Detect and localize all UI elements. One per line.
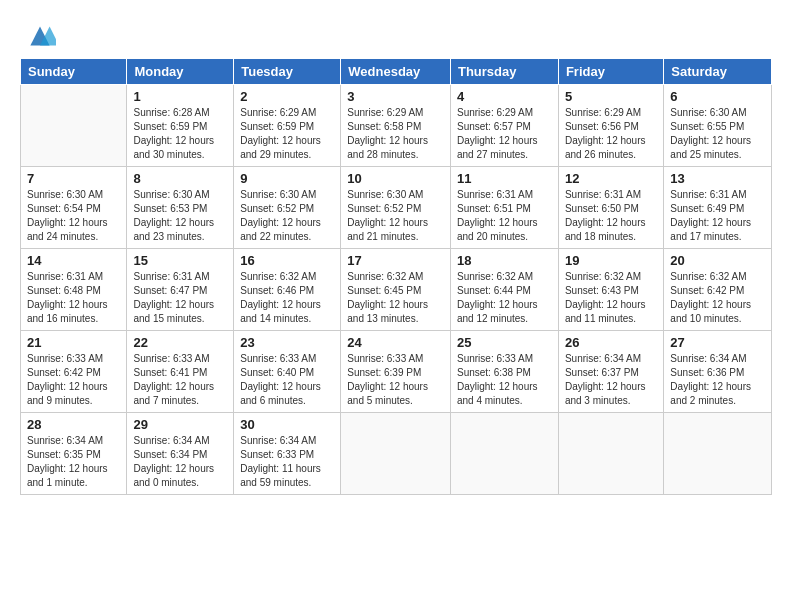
calendar-cell	[558, 413, 663, 495]
calendar-cell: 20Sunrise: 6:32 AM Sunset: 6:42 PM Dayli…	[664, 249, 772, 331]
calendar-cell: 10Sunrise: 6:30 AM Sunset: 6:52 PM Dayli…	[341, 167, 451, 249]
day-number: 2	[240, 89, 334, 104]
cell-content: Sunrise: 6:29 AM Sunset: 6:56 PM Dayligh…	[565, 106, 657, 162]
day-number: 1	[133, 89, 227, 104]
header-row: SundayMondayTuesdayWednesdayThursdayFrid…	[21, 59, 772, 85]
day-number: 29	[133, 417, 227, 432]
calendar-cell	[450, 413, 558, 495]
day-number: 16	[240, 253, 334, 268]
calendar-cell: 17Sunrise: 6:32 AM Sunset: 6:45 PM Dayli…	[341, 249, 451, 331]
logo-icon	[24, 20, 56, 52]
day-number: 18	[457, 253, 552, 268]
calendar-header: SundayMondayTuesdayWednesdayThursdayFrid…	[21, 59, 772, 85]
cell-content: Sunrise: 6:34 AM Sunset: 6:34 PM Dayligh…	[133, 434, 227, 490]
cell-content: Sunrise: 6:30 AM Sunset: 6:52 PM Dayligh…	[347, 188, 444, 244]
cell-content: Sunrise: 6:33 AM Sunset: 6:42 PM Dayligh…	[27, 352, 120, 408]
day-number: 4	[457, 89, 552, 104]
calendar-cell: 28Sunrise: 6:34 AM Sunset: 6:35 PM Dayli…	[21, 413, 127, 495]
calendar-cell	[341, 413, 451, 495]
calendar-cell: 18Sunrise: 6:32 AM Sunset: 6:44 PM Dayli…	[450, 249, 558, 331]
calendar-cell: 12Sunrise: 6:31 AM Sunset: 6:50 PM Dayli…	[558, 167, 663, 249]
calendar-cell: 5Sunrise: 6:29 AM Sunset: 6:56 PM Daylig…	[558, 85, 663, 167]
calendar-cell: 4Sunrise: 6:29 AM Sunset: 6:57 PM Daylig…	[450, 85, 558, 167]
cell-content: Sunrise: 6:32 AM Sunset: 6:46 PM Dayligh…	[240, 270, 334, 326]
header-day: Wednesday	[341, 59, 451, 85]
calendar-cell: 23Sunrise: 6:33 AM Sunset: 6:40 PM Dayli…	[234, 331, 341, 413]
calendar-cell: 24Sunrise: 6:33 AM Sunset: 6:39 PM Dayli…	[341, 331, 451, 413]
cell-content: Sunrise: 6:30 AM Sunset: 6:52 PM Dayligh…	[240, 188, 334, 244]
cell-content: Sunrise: 6:33 AM Sunset: 6:38 PM Dayligh…	[457, 352, 552, 408]
calendar-cell: 16Sunrise: 6:32 AM Sunset: 6:46 PM Dayli…	[234, 249, 341, 331]
day-number: 15	[133, 253, 227, 268]
cell-content: Sunrise: 6:30 AM Sunset: 6:54 PM Dayligh…	[27, 188, 120, 244]
day-number: 7	[27, 171, 120, 186]
calendar-cell: 25Sunrise: 6:33 AM Sunset: 6:38 PM Dayli…	[450, 331, 558, 413]
day-number: 8	[133, 171, 227, 186]
calendar-cell: 21Sunrise: 6:33 AM Sunset: 6:42 PM Dayli…	[21, 331, 127, 413]
day-number: 3	[347, 89, 444, 104]
calendar-week: 21Sunrise: 6:33 AM Sunset: 6:42 PM Dayli…	[21, 331, 772, 413]
day-number: 26	[565, 335, 657, 350]
cell-content: Sunrise: 6:32 AM Sunset: 6:42 PM Dayligh…	[670, 270, 765, 326]
calendar-cell: 14Sunrise: 6:31 AM Sunset: 6:48 PM Dayli…	[21, 249, 127, 331]
calendar-cell: 26Sunrise: 6:34 AM Sunset: 6:37 PM Dayli…	[558, 331, 663, 413]
calendar-cell: 29Sunrise: 6:34 AM Sunset: 6:34 PM Dayli…	[127, 413, 234, 495]
day-number: 9	[240, 171, 334, 186]
cell-content: Sunrise: 6:32 AM Sunset: 6:44 PM Dayligh…	[457, 270, 552, 326]
calendar-cell: 13Sunrise: 6:31 AM Sunset: 6:49 PM Dayli…	[664, 167, 772, 249]
header-day: Monday	[127, 59, 234, 85]
cell-content: Sunrise: 6:30 AM Sunset: 6:53 PM Dayligh…	[133, 188, 227, 244]
cell-content: Sunrise: 6:29 AM Sunset: 6:57 PM Dayligh…	[457, 106, 552, 162]
cell-content: Sunrise: 6:33 AM Sunset: 6:40 PM Dayligh…	[240, 352, 334, 408]
cell-content: Sunrise: 6:34 AM Sunset: 6:33 PM Dayligh…	[240, 434, 334, 490]
cell-content: Sunrise: 6:28 AM Sunset: 6:59 PM Dayligh…	[133, 106, 227, 162]
day-number: 28	[27, 417, 120, 432]
day-number: 23	[240, 335, 334, 350]
day-number: 19	[565, 253, 657, 268]
calendar-cell: 19Sunrise: 6:32 AM Sunset: 6:43 PM Dayli…	[558, 249, 663, 331]
calendar-cell: 1Sunrise: 6:28 AM Sunset: 6:59 PM Daylig…	[127, 85, 234, 167]
cell-content: Sunrise: 6:31 AM Sunset: 6:47 PM Dayligh…	[133, 270, 227, 326]
day-number: 5	[565, 89, 657, 104]
day-number: 27	[670, 335, 765, 350]
header-day: Tuesday	[234, 59, 341, 85]
cell-content: Sunrise: 6:31 AM Sunset: 6:49 PM Dayligh…	[670, 188, 765, 244]
cell-content: Sunrise: 6:32 AM Sunset: 6:45 PM Dayligh…	[347, 270, 444, 326]
cell-content: Sunrise: 6:34 AM Sunset: 6:37 PM Dayligh…	[565, 352, 657, 408]
cell-content: Sunrise: 6:31 AM Sunset: 6:50 PM Dayligh…	[565, 188, 657, 244]
calendar-week: 1Sunrise: 6:28 AM Sunset: 6:59 PM Daylig…	[21, 85, 772, 167]
calendar-cell: 22Sunrise: 6:33 AM Sunset: 6:41 PM Dayli…	[127, 331, 234, 413]
day-number: 6	[670, 89, 765, 104]
calendar-cell: 11Sunrise: 6:31 AM Sunset: 6:51 PM Dayli…	[450, 167, 558, 249]
day-number: 20	[670, 253, 765, 268]
cell-content: Sunrise: 6:32 AM Sunset: 6:43 PM Dayligh…	[565, 270, 657, 326]
calendar-cell: 3Sunrise: 6:29 AM Sunset: 6:58 PM Daylig…	[341, 85, 451, 167]
header-day: Saturday	[664, 59, 772, 85]
calendar-body: 1Sunrise: 6:28 AM Sunset: 6:59 PM Daylig…	[21, 85, 772, 495]
calendar-week: 28Sunrise: 6:34 AM Sunset: 6:35 PM Dayli…	[21, 413, 772, 495]
calendar-week: 7Sunrise: 6:30 AM Sunset: 6:54 PM Daylig…	[21, 167, 772, 249]
header-day: Sunday	[21, 59, 127, 85]
day-number: 22	[133, 335, 227, 350]
calendar-cell: 6Sunrise: 6:30 AM Sunset: 6:55 PM Daylig…	[664, 85, 772, 167]
day-number: 14	[27, 253, 120, 268]
calendar-week: 14Sunrise: 6:31 AM Sunset: 6:48 PM Dayli…	[21, 249, 772, 331]
day-number: 24	[347, 335, 444, 350]
day-number: 25	[457, 335, 552, 350]
day-number: 13	[670, 171, 765, 186]
day-number: 30	[240, 417, 334, 432]
cell-content: Sunrise: 6:34 AM Sunset: 6:36 PM Dayligh…	[670, 352, 765, 408]
calendar-cell: 27Sunrise: 6:34 AM Sunset: 6:36 PM Dayli…	[664, 331, 772, 413]
calendar: SundayMondayTuesdayWednesdayThursdayFrid…	[20, 58, 772, 495]
calendar-cell	[664, 413, 772, 495]
cell-content: Sunrise: 6:29 AM Sunset: 6:58 PM Dayligh…	[347, 106, 444, 162]
cell-content: Sunrise: 6:31 AM Sunset: 6:51 PM Dayligh…	[457, 188, 552, 244]
calendar-cell: 8Sunrise: 6:30 AM Sunset: 6:53 PM Daylig…	[127, 167, 234, 249]
cell-content: Sunrise: 6:33 AM Sunset: 6:41 PM Dayligh…	[133, 352, 227, 408]
cell-content: Sunrise: 6:29 AM Sunset: 6:59 PM Dayligh…	[240, 106, 334, 162]
cell-content: Sunrise: 6:34 AM Sunset: 6:35 PM Dayligh…	[27, 434, 120, 490]
day-number: 17	[347, 253, 444, 268]
calendar-cell: 9Sunrise: 6:30 AM Sunset: 6:52 PM Daylig…	[234, 167, 341, 249]
calendar-cell: 7Sunrise: 6:30 AM Sunset: 6:54 PM Daylig…	[21, 167, 127, 249]
day-number: 10	[347, 171, 444, 186]
